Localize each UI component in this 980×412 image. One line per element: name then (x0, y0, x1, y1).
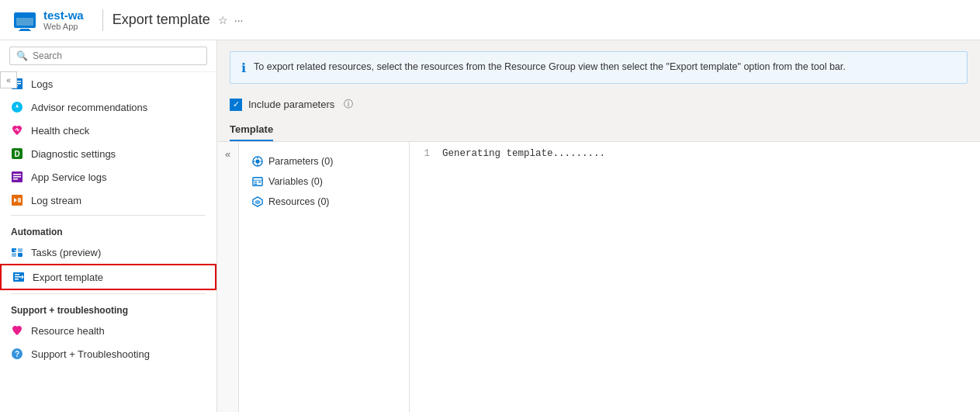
svg-point-29 (255, 159, 259, 163)
code-line-1: 1 Generating template......... (410, 148, 980, 159)
tab-template[interactable]: Template (230, 117, 273, 141)
info-banner-text: To export related resources, select the … (254, 60, 846, 74)
tree-item-parameters-label: Parameters (0) (268, 156, 333, 167)
svg-rect-18 (12, 248, 16, 252)
page-title: Export template (113, 12, 210, 28)
sidebar-item-logs-label: Logs (31, 78, 53, 90)
svg-rect-13 (13, 174, 21, 175)
sidebar-item-log-stream[interactable]: Log stream (0, 189, 216, 212)
tree-item-variables[interactable]: Variables (0) (251, 171, 397, 192)
sidebar-item-app-service-logs[interactable]: App Service logs (0, 165, 216, 189)
tasks-icon (11, 246, 23, 258)
svg-rect-17 (18, 198, 21, 203)
sidebar-item-health-check-label: Health check (31, 125, 89, 137)
sidebar-item-app-service-logs-label: App Service logs (31, 171, 107, 183)
svg-text:?: ? (15, 350, 19, 358)
sidebar-nav: Logs Advisor recommendations (0, 72, 216, 412)
svg-rect-15 (13, 178, 18, 180)
svg-rect-4 (19, 30, 31, 31)
sidebar-item-export-template-label: Export template (33, 272, 103, 283)
sidebar-item-diagnostic[interactable]: D Diagnostic settings (0, 142, 216, 165)
sidebar: 🔍 Logs (0, 40, 217, 412)
search-input[interactable] (33, 50, 200, 61)
template-left-collapse-button[interactable]: « (217, 142, 239, 412)
automation-section-label: Automation (0, 219, 216, 241)
health-icon (11, 124, 23, 137)
sidebar-item-resource-health[interactable]: Resource health (0, 319, 216, 342)
sidebar-item-health-check[interactable]: Health check (0, 119, 216, 142)
tree-item-parameters[interactable]: Parameters (0) (251, 151, 397, 171)
params-info-icon[interactable]: ⓘ (344, 98, 353, 111)
line-number-1: 1 (419, 148, 442, 159)
diagnostic-icon: D (11, 147, 23, 160)
tree-item-variables-label: Variables (0) (268, 176, 323, 187)
sidebar-item-support-troubleshooting[interactable]: ? Support + Troubleshooting (0, 342, 216, 365)
sidebar-item-tasks[interactable]: Tasks (preview) (0, 241, 216, 264)
webapp-icon (12, 8, 37, 33)
include-params-row: ✓ Include parameters ⓘ (217, 92, 980, 117)
search-box[interactable]: 🔍 (9, 47, 207, 65)
sidebar-item-export-template[interactable]: Export template (0, 264, 216, 290)
export-icon (12, 271, 25, 283)
app-info: test-wa Web App (43, 9, 84, 31)
code-editor: 1 Generating template......... (410, 142, 980, 412)
header: test-wa Web App Export template ☆ ··· (0, 0, 980, 40)
support-divider (11, 293, 206, 294)
more-options-icon[interactable]: ··· (234, 14, 244, 26)
resource-health-icon (11, 324, 23, 337)
tree-item-resources[interactable]: Resources (0) (251, 192, 397, 212)
template-body: « Parameters (217, 142, 980, 412)
resources-icon (251, 196, 264, 208)
svg-rect-23 (15, 274, 19, 275)
code-text-1: Generating template......... (442, 148, 605, 159)
sidebar-item-advisor-label: Advisor recommendations (31, 102, 147, 113)
support-icon: ? (11, 348, 23, 360)
svg-rect-25 (15, 279, 19, 280)
main-content: ℹ To export related resources, select th… (217, 40, 980, 412)
template-tree-panel: Parameters (0) Variables (0) (239, 142, 410, 412)
include-params-checkbox[interactable]: ✓ (230, 99, 242, 111)
svg-rect-20 (12, 253, 16, 257)
applog-icon (11, 171, 23, 183)
sidebar-item-support-label: Support + Troubleshooting (31, 348, 150, 360)
svg-rect-24 (15, 276, 21, 278)
checkbox-check-icon: ✓ (233, 99, 240, 109)
svg-rect-38 (255, 184, 258, 185)
sidebar-item-resource-health-label: Resource health (31, 325, 105, 337)
header-divider (102, 9, 103, 31)
advisor-icon (11, 101, 23, 113)
svg-rect-36 (255, 182, 258, 182)
include-params-label: Include parameters (248, 99, 334, 110)
sidebar-item-tasks-label: Tasks (preview) (31, 247, 101, 258)
sidebar-item-advisor[interactable]: Advisor recommendations (0, 95, 216, 119)
sidebar-search-area: 🔍 (0, 40, 216, 72)
logstream-icon (11, 194, 23, 206)
main-layout: 🔍 Logs (0, 40, 980, 412)
svg-rect-37 (258, 182, 261, 182)
parameters-icon (251, 155, 264, 168)
template-tabs: Template (217, 117, 980, 142)
app-name: test-wa (43, 9, 84, 22)
sidebar-item-logs[interactable]: Logs (0, 72, 216, 95)
info-icon: ℹ (241, 61, 246, 75)
variables-icon (251, 175, 264, 188)
svg-marker-40 (255, 199, 261, 204)
sidebar-collapse-button[interactable]: « (0, 71, 17, 88)
info-banner: ℹ To export related resources, select th… (230, 51, 968, 84)
svg-rect-3 (20, 29, 29, 30)
app-type: Web App (43, 22, 84, 31)
search-icon: 🔍 (16, 50, 28, 61)
sidebar-item-diagnostic-label: Diagnostic settings (31, 148, 116, 160)
tree-item-resources-label: Resources (0) (268, 196, 330, 207)
svg-text:D: D (14, 150, 19, 158)
svg-rect-14 (13, 176, 21, 178)
svg-rect-19 (18, 248, 23, 252)
favorite-star-icon[interactable]: ☆ (218, 14, 228, 26)
support-section-label: Support + troubleshooting (0, 297, 216, 319)
sidebar-item-log-stream-label: Log stream (31, 195, 81, 206)
automation-divider (11, 215, 206, 216)
svg-rect-21 (18, 253, 23, 257)
svg-rect-2 (16, 15, 33, 18)
collapse-icon: « (225, 148, 230, 160)
